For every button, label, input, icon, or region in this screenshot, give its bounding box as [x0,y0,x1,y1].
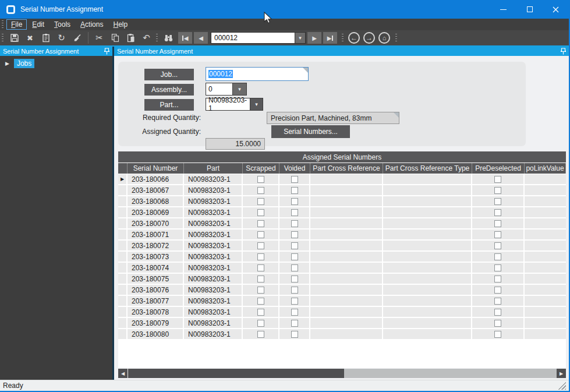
table-row[interactable]: 203-180067N00983203-1 [118,185,566,196]
scroll-right-button[interactable]: ▶ [557,369,566,378]
table-row[interactable]: 203-180076N00983203-1 [118,285,566,296]
scrapped-checkbox[interactable] [257,276,264,282]
column-header-pre-deselected[interactable]: PreDeselected [472,163,525,174]
cell-pre-deselected[interactable] [472,329,525,340]
cell-serial-number[interactable]: 203-180078 [128,307,184,318]
scrapped-checkbox[interactable] [257,242,264,249]
cell-pre-deselected[interactable] [472,207,525,218]
assembly-combo[interactable]: 0 ▾ [206,83,247,96]
cell-po-link-value[interactable] [525,241,566,252]
cell-part-cross-reference-type[interactable] [383,185,472,196]
table-row[interactable]: 203-180073N00983203-1 [118,252,566,263]
voided-checkbox[interactable] [291,309,298,316]
toolbar-grip-3[interactable] [342,34,344,43]
row-selector[interactable] [118,274,128,285]
cell-part-cross-reference-type[interactable] [383,241,472,252]
cell-scrapped[interactable] [243,218,279,229]
cell-po-link-value[interactable] [525,185,566,196]
column-header-po-link-value[interactable]: poLinkValue [525,163,566,174]
cell-part-cross-reference-type[interactable] [383,274,472,285]
row-selector[interactable] [118,196,128,207]
cell-part-cross-reference[interactable] [310,296,383,307]
scrapped-checkbox[interactable] [257,298,264,305]
cell-part-cross-reference[interactable] [310,263,383,274]
cell-voided[interactable] [279,196,310,207]
pre-deselected-checkbox[interactable] [494,198,501,205]
cell-po-link-value[interactable] [525,296,566,307]
cell-scrapped[interactable] [243,241,279,252]
cell-scrapped[interactable] [243,329,279,340]
cell-po-link-value[interactable] [525,274,566,285]
table-row[interactable]: 203-180071N00983203-1 [118,229,566,241]
cell-voided[interactable] [279,229,310,241]
table-row[interactable]: 203-180070N00983203-1 [118,218,566,229]
cell-po-link-value[interactable] [525,318,566,329]
cell-po-link-value[interactable] [525,263,566,274]
cell-pre-deselected[interactable] [472,307,525,318]
record-combo[interactable]: 000012 ▾ [211,32,306,44]
pre-deselected-checkbox[interactable] [494,298,501,305]
cell-scrapped[interactable] [243,285,279,296]
delete-icon[interactable]: ✖ [22,31,38,44]
cell-voided[interactable] [279,263,310,274]
voided-checkbox[interactable] [291,320,298,327]
menu-tools[interactable]: Tools [49,19,75,30]
part-button[interactable]: Part... [144,99,194,111]
cell-part[interactable]: N00983203-1 [184,307,243,318]
left-panel-pin-icon[interactable] [104,48,109,55]
voided-checkbox[interactable] [291,253,298,260]
close-button[interactable] [543,0,569,19]
cell-scrapped[interactable] [243,263,279,274]
table-row[interactable]: 203-180069N00983203-1 [118,207,566,218]
cell-part-cross-reference[interactable] [310,318,383,329]
pre-deselected-checkbox[interactable] [494,176,501,183]
undo-icon[interactable]: ↶ [139,31,154,44]
voided-checkbox[interactable] [291,231,298,238]
cell-voided[interactable] [279,185,310,196]
column-header-part[interactable]: Part [184,163,243,174]
voided-checkbox[interactable] [291,298,298,305]
column-header-scrapped[interactable]: Scrapped [243,163,279,174]
voided-checkbox[interactable] [291,331,298,338]
cell-part-cross-reference-type[interactable] [383,263,472,274]
horizontal-scrollbar[interactable]: ◀ ▶ [118,369,566,378]
nav-back-button[interactable]: ← [348,32,360,44]
voided-checkbox[interactable] [291,176,298,183]
cell-pre-deselected[interactable] [472,285,525,296]
cell-pre-deselected[interactable] [472,174,525,185]
scrapped-checkbox[interactable] [257,264,264,271]
cell-part[interactable]: N00983203-1 [184,174,243,185]
cell-po-link-value[interactable] [525,218,566,229]
cell-voided[interactable] [279,207,310,218]
cell-scrapped[interactable] [243,307,279,318]
scrapped-checkbox[interactable] [257,231,264,238]
cell-voided[interactable] [279,285,310,296]
cell-pre-deselected[interactable] [472,218,525,229]
scrapped-checkbox[interactable] [257,176,264,183]
menubar-grip[interactable] [2,20,3,29]
row-selector[interactable] [118,296,128,307]
row-selector[interactable] [118,218,128,229]
pre-deselected-checkbox[interactable] [494,231,501,238]
scrapped-checkbox[interactable] [257,253,264,260]
cell-part[interactable]: N00983203-1 [184,329,243,340]
column-header-part-cross-reference[interactable]: Part Cross Reference [310,163,383,174]
cell-voided[interactable] [279,329,310,340]
cell-part-cross-reference[interactable] [310,174,383,185]
cell-part-cross-reference[interactable] [310,252,383,263]
cell-part[interactable]: N00983203-1 [184,296,243,307]
table-row[interactable]: 203-180080N00983203-1 [118,329,566,340]
pre-deselected-checkbox[interactable] [494,331,501,338]
pre-deselected-checkbox[interactable] [494,209,501,216]
pre-deselected-checkbox[interactable] [494,253,501,260]
next-record-button[interactable]: ▶ [307,32,321,44]
nav-forward-button[interactable]: → [363,32,375,44]
cell-pre-deselected[interactable] [472,318,525,329]
cell-scrapped[interactable] [243,318,279,329]
row-selector[interactable] [118,229,128,241]
serial-numbers-button[interactable]: Serial Numbers... [271,125,350,138]
toolbar-grip-2[interactable] [156,34,158,43]
expander-icon[interactable]: ▶ [5,61,9,66]
cell-part-cross-reference[interactable] [310,307,383,318]
cell-part-cross-reference-type[interactable] [383,229,472,241]
